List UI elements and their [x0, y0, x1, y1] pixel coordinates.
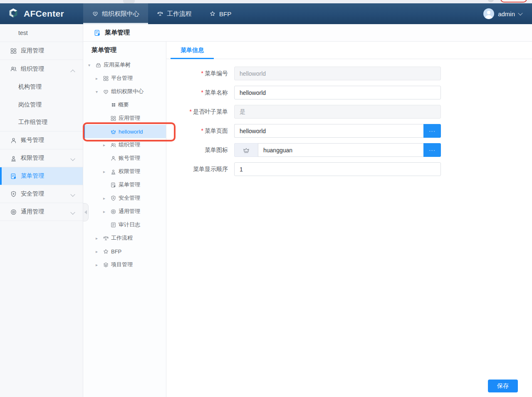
sidebar-item-label: 工作组管理: [18, 119, 47, 126]
required-asterisk: *: [201, 70, 203, 77]
caret-right-icon[interactable]: ▸: [96, 76, 103, 81]
grid-icon: [10, 47, 17, 55]
display-order-input[interactable]: [234, 162, 441, 176]
tab-menu-info[interactable]: 菜单信息: [171, 42, 214, 59]
tree-node-label: 账号管理: [119, 154, 140, 162]
sidebar-item-org-mgmt[interactable]: 组织管理: [0, 60, 83, 78]
caret-right-icon[interactable]: ▸: [103, 209, 110, 214]
tree-node-platform-mgmt[interactable]: ▸ 平台管理: [83, 72, 166, 85]
required-asterisk: *: [201, 89, 203, 96]
sidebar-item-app-mgmt[interactable]: 应用管理: [0, 42, 83, 60]
tree-node-org-permission-center[interactable]: ▾ 组织权限中心: [83, 85, 166, 98]
caret-right-icon[interactable]: ▸: [103, 143, 110, 147]
sidebar-item-institution-mgmt[interactable]: 机构管理: [0, 78, 83, 96]
sidebar-item-label: 岗位管理: [18, 101, 42, 109]
chevron-down-icon: [71, 156, 74, 163]
is-leaf-menu-input: [234, 105, 441, 119]
tree-node-app-menu-tree[interactable]: ▾ 应用菜单树: [83, 58, 166, 72]
save-button[interactable]: 保存: [488, 380, 518, 392]
caret-right-icon[interactable]: ▸: [103, 196, 110, 201]
sidebar-item-menu-mgmt[interactable]: 菜单管理: [0, 167, 83, 185]
menu-tree-panel: 菜单管理 ▾ 应用菜单树 ▸ 平台管理 ▾ 组织权限中心 概要 应用管理 hel…: [83, 42, 166, 397]
menu-icon: [10, 173, 17, 180]
caret-right-icon[interactable]: ▸: [103, 169, 110, 174]
sidebar-item-security-mgmt[interactable]: 安全管理: [0, 185, 83, 203]
sidebar-item-general-mgmt[interactable]: 通用管理: [0, 203, 83, 221]
field-label: 是否叶子菜单: [193, 108, 228, 115]
field-label: 菜单显示顺序: [193, 166, 228, 172]
field-label: 菜单图标: [205, 146, 228, 153]
tree-node-workflow[interactable]: ▸ 工作流程: [83, 231, 166, 245]
tree-node-label: helloworld: [119, 129, 143, 135]
menu-name-input[interactable]: [234, 86, 441, 99]
tree-node-general-mgmt[interactable]: ▸ 通用管理: [83, 205, 166, 218]
field-label: 菜单编号: [205, 70, 228, 77]
shield-icon: [110, 195, 116, 201]
menu-page-picker-button[interactable]: ···: [423, 124, 441, 138]
tree-node-helloworld[interactable]: helloworld: [83, 125, 166, 138]
tree-node-bfp[interactable]: ▸ BFP: [83, 245, 166, 258]
content-tabbar: 菜单信息: [166, 42, 532, 59]
tree-node-org-mgmt[interactable]: ▸ 组织管理: [83, 138, 166, 151]
sidebar: test 应用管理 组织管理 机构管理 岗位管理 工作组管理 账号管理 权限管理…: [0, 24, 83, 397]
chevron-down-icon: [71, 210, 74, 216]
afcenter-logo-icon: [7, 7, 20, 20]
app-logo: AFCenter: [0, 3, 83, 24]
tree-node-security-mgmt[interactable]: ▸ 安全管理: [83, 191, 166, 205]
user-menu[interactable]: admin: [483, 3, 532, 24]
nav-tab-org-permission-center[interactable]: 组织权限中心: [83, 3, 148, 24]
sidebar-item-workgroup-mgmt[interactable]: 工作组管理: [0, 114, 83, 132]
chevron-up-icon: [71, 67, 74, 74]
menu-icon: [110, 182, 116, 188]
tree-node-project-mgmt[interactable]: ▸ 项目管理: [83, 258, 166, 271]
required-asterisk: *: [190, 108, 192, 115]
people-icon: [10, 65, 17, 72]
tree-node-label: 权限管理: [119, 168, 140, 175]
sidebar-item-label: 账号管理: [21, 136, 44, 144]
layers-icon: [103, 262, 109, 268]
menu-page-input[interactable]: [234, 124, 423, 138]
grid-solid-icon: [111, 102, 116, 107]
tree-node-account-mgmt[interactable]: 账号管理: [83, 151, 166, 165]
sidebar-item-account-mgmt[interactable]: 账号管理: [0, 132, 83, 149]
sidebar-item-test[interactable]: test: [0, 24, 83, 42]
tree-node-label: 组织管理: [119, 141, 140, 149]
tree-node-label: 工作流程: [111, 234, 133, 242]
top-navbar: AFCenter 组织权限中心 工作流程 BFP admin: [0, 3, 532, 24]
tree-node-label: 平台管理: [111, 74, 133, 82]
caret-right-icon[interactable]: ▸: [96, 249, 103, 254]
doc-icon: [110, 222, 116, 228]
tree-node-menu-mgmt[interactable]: 菜单管理: [83, 178, 166, 191]
browser-chrome-highlight-fragment: [500, 0, 527, 2]
menu-icon-input[interactable]: [258, 143, 423, 157]
heart-icon: [92, 10, 99, 17]
scale-icon: [157, 10, 163, 17]
caret-right-icon[interactable]: ▸: [96, 236, 103, 241]
username: admin: [498, 10, 515, 17]
caret-right-icon[interactable]: ▸: [96, 263, 103, 267]
nav-tab-bfp[interactable]: BFP: [200, 3, 240, 24]
tree-node-label: 组织权限中心: [111, 88, 144, 95]
nav-tab-label: BFP: [219, 10, 231, 17]
sidebar-collapse-handle[interactable]: [83, 203, 89, 221]
sidebar-item-permission-mgmt[interactable]: 权限管理: [0, 149, 83, 167]
tree-node-label: BFP: [111, 248, 121, 255]
tree-node-permission-mgmt[interactable]: ▸ 权限管理: [83, 165, 166, 178]
tree-node-overview[interactable]: 概要: [83, 98, 166, 112]
sidebar-item-post-mgmt[interactable]: 岗位管理: [0, 96, 83, 114]
caret-down-icon[interactable]: ▾: [88, 63, 95, 67]
tree-node-audit-log[interactable]: 审计日志: [83, 218, 166, 231]
avatar: [483, 8, 494, 19]
grid-icon: [103, 75, 109, 82]
sidebar-item-label: 组织管理: [21, 65, 44, 73]
tree-node-app-mgmt[interactable]: 应用管理: [83, 112, 166, 125]
form-row-menu-name: *菜单名称: [166, 86, 532, 99]
sidebar-item-label: 通用管理: [21, 208, 44, 216]
nav-tab-workflow[interactable]: 工作流程: [148, 3, 200, 24]
caret-down-icon[interactable]: ▾: [96, 89, 103, 94]
sidebar-item-label: 菜单管理: [21, 172, 44, 180]
chevron-down-icon: [518, 11, 522, 15]
menu-icon-picker-button[interactable]: ···: [423, 143, 441, 157]
menu-icon-preview: [234, 143, 258, 157]
tree-panel-title: 菜单管理: [83, 42, 166, 58]
